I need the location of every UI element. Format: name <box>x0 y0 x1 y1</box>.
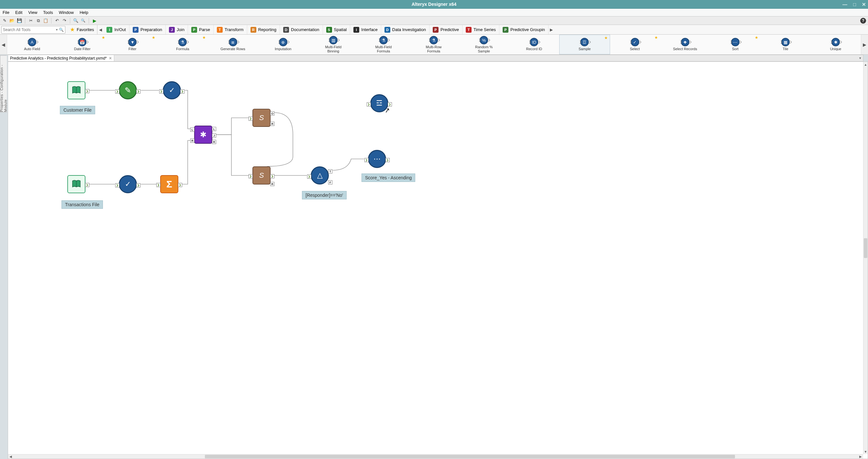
scroll-thumb-vertical[interactable] <box>864 238 867 258</box>
menu-tools[interactable]: Tools <box>43 10 53 15</box>
search-dropdown-icon[interactable]: ▾ <box>54 28 59 31</box>
node-input1[interactable] <box>67 81 86 99</box>
window-minimize-icon[interactable]: — <box>842 2 847 7</box>
anchor[interactable] <box>190 127 194 132</box>
scroll-thumb-horizontal[interactable] <box>205 455 735 458</box>
category-join[interactable]: JJoin <box>166 25 188 34</box>
palette-scroll-left-icon[interactable]: ◀ <box>0 35 7 54</box>
category-transform[interactable]: TTransform <box>214 25 247 34</box>
save-icon[interactable]: 💾 <box>17 18 22 23</box>
menu-help[interactable]: Help <box>80 10 88 15</box>
anchor[interactable] <box>136 89 141 94</box>
tab-close-icon[interactable]: ✕ <box>109 56 112 61</box>
help-icon[interactable]: ? <box>860 18 866 24</box>
anchor[interactable] <box>367 102 371 106</box>
open-icon[interactable]: 📂 <box>9 18 14 23</box>
window-close-icon[interactable]: ✕ <box>862 2 866 7</box>
category-reporting[interactable]: RReporting <box>247 25 280 34</box>
document-tab[interactable]: Predictive Analytics - Predicticting Pro… <box>8 55 114 61</box>
anchor[interactable] <box>328 169 332 174</box>
properties-panel-tab[interactable]: Properties - Configuration - Module <box>0 55 7 112</box>
anchor[interactable] <box>270 122 274 126</box>
tool-search-input[interactable] <box>3 28 54 32</box>
cut-icon[interactable]: ✂ <box>28 18 33 23</box>
paste-icon[interactable]: 📋 <box>43 18 48 23</box>
category-data-investigation[interactable]: DData Investigation <box>381 25 430 34</box>
anchor[interactable] <box>270 111 274 116</box>
node-join[interactable]: ✱ <box>194 126 212 144</box>
menu-window[interactable]: Window <box>59 10 74 15</box>
tool-multi-field-formula[interactable]: ⚗Multi-Field Formula <box>359 35 409 54</box>
node-sort[interactable]: ⋯ <box>368 150 386 168</box>
copy-icon[interactable]: ⧉ <box>36 18 41 23</box>
tool-imputation[interactable]: ⊕Imputation <box>258 35 308 54</box>
tool-auto-field[interactable]: AAuto Field <box>7 35 57 54</box>
run-icon[interactable]: ▶ <box>92 18 97 23</box>
node-select2[interactable]: ✓ <box>119 175 137 193</box>
tool-tile[interactable]: ▦Tile <box>761 35 811 54</box>
anchor[interactable] <box>270 174 274 178</box>
palette-scroll-right-icon[interactable]: ▶ <box>861 35 868 54</box>
tool-multi-field-binning[interactable]: ▥Multi-Field Binning <box>308 35 359 54</box>
redo-icon[interactable]: ↷ <box>62 18 67 23</box>
anchor[interactable] <box>190 139 194 143</box>
node-sum[interactable]: Σ <box>160 175 178 193</box>
zoom-out-icon[interactable]: 🔍 <box>81 18 86 23</box>
tool-select[interactable]: ★✓Select <box>610 35 660 54</box>
anchor[interactable] <box>85 183 89 187</box>
canvas-horizontal-scrollbar[interactable]: ◀ ▶ <box>8 454 863 459</box>
window-maximize-icon[interactable]: □ <box>853 2 856 7</box>
node-input2[interactable] <box>67 175 86 193</box>
category-documentation[interactable]: DDocumentation <box>280 25 323 34</box>
tool-formula[interactable]: ★⚗Formula <box>158 35 208 54</box>
anchor[interactable] <box>85 89 89 93</box>
scroll-right-icon[interactable]: ▶ <box>858 455 863 459</box>
node-score1[interactable]: S <box>252 109 271 127</box>
category-spatial[interactable]: SSpatial <box>323 25 350 34</box>
node-data1[interactable]: ✎ <box>119 81 137 99</box>
tool-date-filter[interactable]: ★📅Date Filter <box>57 35 107 54</box>
tool-generate-rows[interactable]: ≣Generate Rows <box>208 35 258 54</box>
node-filter[interactable]: △ <box>311 166 329 184</box>
tool-filter[interactable]: ★▼Filter <box>107 35 158 54</box>
anchor[interactable] <box>178 183 182 187</box>
node-sample[interactable]: ☲ <box>370 94 389 112</box>
category-predictive-groupin[interactable]: PPredictive Groupin <box>499 25 549 34</box>
canvas-vertical-scrollbar[interactable]: ▲ ▼ <box>863 62 868 454</box>
zoom-in-icon[interactable]: 🔍 <box>73 18 78 23</box>
anchor[interactable] <box>212 127 216 131</box>
scroll-down-icon[interactable]: ▼ <box>864 449 868 454</box>
undo-icon[interactable]: ↶ <box>54 18 60 23</box>
tool-record-id[interactable]: IDRecord ID <box>509 35 559 54</box>
anchor[interactable] <box>307 175 311 179</box>
workflow-canvas[interactable]: ✎✓✓Σ✱SS△⋯☲Customer FileTransactions File… <box>8 62 863 454</box>
category-favorites[interactable]: ★ Favorites <box>67 25 97 34</box>
anchor[interactable] <box>115 89 119 94</box>
category-scroll-right-icon[interactable]: ▶ <box>549 28 554 32</box>
anchor[interactable] <box>249 117 253 121</box>
tool-unique[interactable]: ✱Unique <box>811 35 861 54</box>
scroll-up-icon[interactable]: ▲ <box>864 62 868 67</box>
anchor[interactable] <box>270 182 274 186</box>
anchor[interactable] <box>156 183 160 187</box>
anchor[interactable] <box>136 183 141 187</box>
tool-sample[interactable]: ★☲Sample <box>559 35 610 54</box>
anchor[interactable] <box>385 158 390 162</box>
menu-file[interactable]: File <box>3 10 9 15</box>
menu-edit[interactable]: Edit <box>15 10 22 15</box>
new-icon[interactable]: ✎ <box>2 18 7 23</box>
category-in-out[interactable]: IIn/Out <box>103 25 129 34</box>
tool-sort[interactable]: ★⋯Sort <box>710 35 761 54</box>
menu-view[interactable]: View <box>28 10 37 15</box>
category-preparation[interactable]: PPreparation <box>129 25 166 34</box>
anchor[interactable] <box>212 140 216 144</box>
category-parse[interactable]: PParse <box>188 25 214 34</box>
category-time-series[interactable]: TTime Series <box>463 25 499 34</box>
anchor[interactable] <box>249 174 253 178</box>
tool-multi-row-formula[interactable]: ⚗Multi-Row Formula <box>409 35 459 54</box>
search-icon[interactable]: 🔍 <box>59 28 64 32</box>
tool-random-sample[interactable]: %Random % Sample <box>459 35 509 54</box>
anchor[interactable] <box>388 102 392 106</box>
anchor[interactable] <box>180 89 184 94</box>
node-select1[interactable]: ✓ <box>163 81 181 99</box>
